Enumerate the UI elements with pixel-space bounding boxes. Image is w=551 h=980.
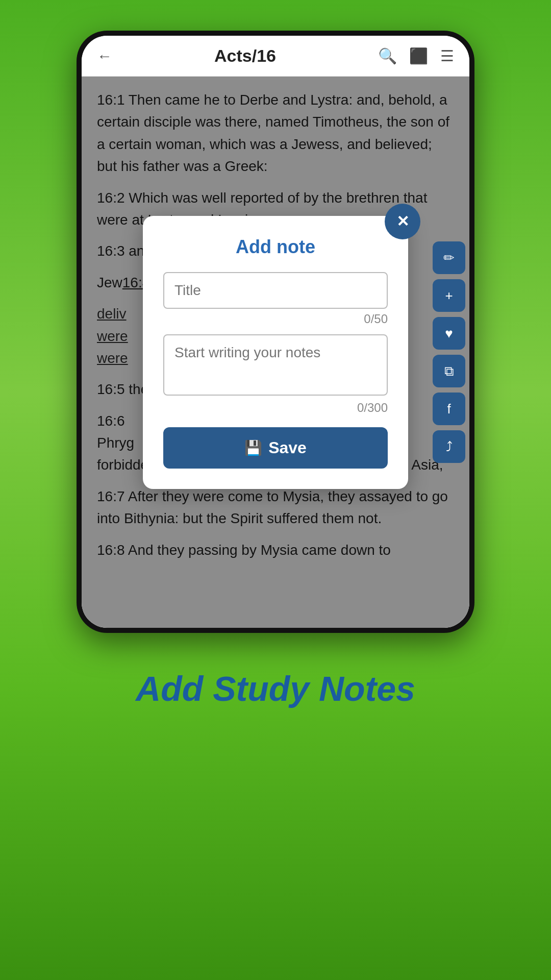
- modal-backdrop: ✕ Add note 0/50 0/300 💾 Save: [82, 77, 469, 628]
- bookmark-icon[interactable]: ⬛: [409, 47, 428, 65]
- bottom-caption-text: Add Study Notes: [136, 669, 415, 708]
- search-icon[interactable]: 🔍: [378, 47, 397, 65]
- modal-title: Add note: [163, 236, 388, 258]
- save-label: Save: [268, 438, 307, 457]
- add-note-modal: ✕ Add note 0/50 0/300 💾 Save: [143, 216, 408, 489]
- menu-icon[interactable]: ☰: [440, 47, 454, 65]
- title-char-count: 0/50: [163, 312, 388, 326]
- title-input[interactable]: [163, 272, 388, 309]
- save-button[interactable]: 💾 Save: [163, 427, 388, 469]
- save-icon: 💾: [244, 439, 262, 456]
- app-bar-icons: 🔍 ⬛ ☰: [378, 47, 454, 65]
- phone-shell: ← Acts/16 🔍 ⬛ ☰ 16:1 Then came he to Der…: [77, 31, 474, 633]
- app-bar: ← Acts/16 🔍 ⬛ ☰: [82, 36, 469, 77]
- bottom-caption-area: Add Study Notes: [126, 658, 425, 719]
- notes-textarea[interactable]: [163, 334, 388, 396]
- back-icon[interactable]: ←: [97, 47, 112, 65]
- bible-text-area: 16:1 Then came he to Derbe and Lystra: a…: [82, 77, 469, 628]
- app-bar-title: Acts/16: [214, 46, 276, 66]
- notes-char-count: 0/300: [163, 401, 388, 415]
- modal-close-button[interactable]: ✕: [385, 204, 420, 239]
- phone-screen: ← Acts/16 🔍 ⬛ ☰ 16:1 Then came he to Der…: [82, 36, 469, 628]
